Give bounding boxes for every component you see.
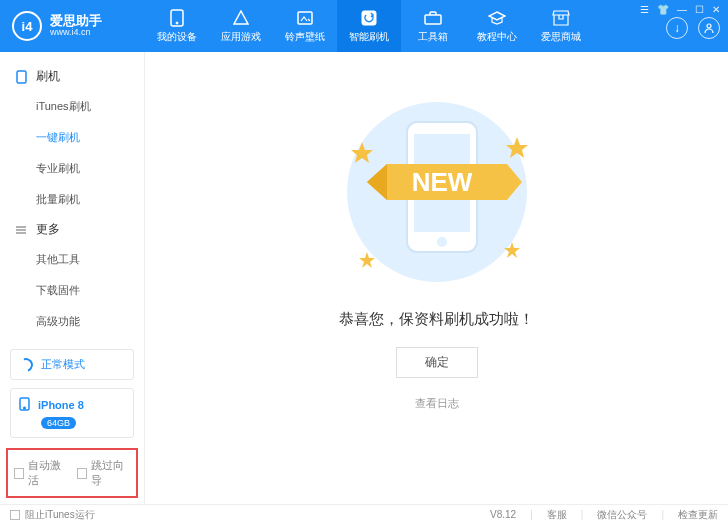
svg-point-1 — [176, 22, 178, 24]
block-itunes-checkbox[interactable]: 阻止iTunes运行 — [10, 508, 95, 522]
close-icon[interactable]: ✕ — [712, 4, 720, 15]
phone-icon — [168, 9, 186, 27]
view-log-link[interactable]: 查看日志 — [415, 396, 459, 411]
footer-link-wechat[interactable]: 微信公众号 — [597, 508, 647, 522]
checkbox-icon — [10, 510, 20, 520]
tutorial-icon — [488, 9, 506, 27]
svg-point-15 — [437, 237, 447, 247]
device-card[interactable]: iPhone 8 64GB — [10, 388, 134, 438]
window-controls: ☰ 👕 — ☐ ✕ — [640, 0, 720, 15]
logo-icon: i4 — [12, 11, 42, 41]
sidebar-scroll: 刷机 iTunes刷机 一键刷机 专业刷机 批量刷机 更多 其他工具 下载固件 … — [0, 52, 144, 349]
sidebar-item-batch-flash[interactable]: 批量刷机 — [0, 184, 144, 215]
download-icon[interactable]: ↓ — [666, 17, 688, 39]
phone-outline-icon — [14, 70, 28, 84]
section-title: 刷机 — [36, 68, 60, 85]
tab-flash[interactable]: 智能刷机 — [337, 0, 401, 52]
sidebar-item-itunes-flash[interactable]: iTunes刷机 — [0, 91, 144, 122]
mode-label: 正常模式 — [41, 357, 85, 372]
tab-my-device[interactable]: 我的设备 — [145, 0, 209, 52]
tab-apps[interactable]: 应用游戏 — [209, 0, 273, 52]
footer: 阻止iTunes运行 V8.12 | 客服 | 微信公众号 | 检查更新 — [0, 504, 728, 524]
skin-icon[interactable]: 👕 — [657, 4, 669, 15]
maximize-icon[interactable]: ☐ — [695, 4, 704, 15]
sidebar-item-pro-flash[interactable]: 专业刷机 — [0, 153, 144, 184]
footer-link-update[interactable]: 检查更新 — [678, 508, 718, 522]
auto-activate-checkbox[interactable]: 自动激活 — [14, 458, 67, 488]
tab-tutorials[interactable]: 教程中心 — [465, 0, 529, 52]
storage-badge: 64GB — [41, 417, 76, 429]
logo-text: 爱思助手 www.i4.cn — [50, 14, 102, 38]
tab-label: 铃声壁纸 — [285, 30, 325, 44]
wallpaper-icon — [296, 9, 314, 27]
header-tabs: 我的设备 应用游戏 铃声壁纸 智能刷机 工具箱 教程中心 爱思商城 — [145, 0, 593, 52]
sidebar-options-box: 自动激活 跳过向导 — [6, 448, 138, 498]
sidebar: 刷机 iTunes刷机 一键刷机 专业刷机 批量刷机 更多 其他工具 下载固件 … — [0, 52, 145, 504]
tab-store[interactable]: 爱思商城 — [529, 0, 593, 52]
app-name: 爱思助手 — [50, 14, 102, 28]
svg-rect-6 — [17, 71, 26, 83]
toolbox-icon — [424, 9, 442, 27]
svg-rect-3 — [362, 11, 376, 25]
sidebar-section-more[interactable]: 更多 — [0, 215, 144, 244]
mode-indicator[interactable]: 正常模式 — [10, 349, 134, 380]
menu-icon[interactable]: ☰ — [640, 4, 649, 15]
tab-ringtones[interactable]: 铃声壁纸 — [273, 0, 337, 52]
block-itunes-label: 阻止iTunes运行 — [25, 508, 95, 522]
device-name-row: iPhone 8 — [19, 397, 125, 413]
header-right: ☰ 👕 — ☐ ✕ ↓ — [640, 0, 728, 39]
checkbox-icon — [14, 468, 24, 479]
sidebar-item-advanced[interactable]: 高级功能 — [0, 306, 144, 337]
tab-label: 我的设备 — [157, 30, 197, 44]
user-icon[interactable] — [698, 17, 720, 39]
device-phone-icon — [19, 397, 30, 413]
sidebar-item-oneclick-flash[interactable]: 一键刷机 — [0, 122, 144, 153]
tab-toolbox[interactable]: 工具箱 — [401, 0, 465, 52]
svg-rect-4 — [425, 15, 441, 24]
body: 刷机 iTunes刷机 一键刷机 专业刷机 批量刷机 更多 其他工具 下载固件 … — [0, 52, 728, 504]
tab-label: 应用游戏 — [221, 30, 261, 44]
sidebar-item-download-firmware[interactable]: 下载固件 — [0, 275, 144, 306]
success-illustration: NEW — [307, 92, 567, 292]
apps-icon — [232, 9, 250, 27]
tab-label: 爱思商城 — [541, 30, 581, 44]
success-message: 恭喜您，保资料刷机成功啦！ — [339, 310, 534, 329]
tab-label: 智能刷机 — [349, 30, 389, 44]
skip-guide-checkbox[interactable]: 跳过向导 — [77, 458, 130, 488]
account-icons: ↓ — [666, 17, 720, 39]
footer-right: V8.12 | 客服 | 微信公众号 | 检查更新 — [490, 508, 718, 522]
device-name: iPhone 8 — [38, 399, 84, 411]
confirm-button[interactable]: 确定 — [396, 347, 478, 378]
checkbox-icon — [77, 468, 87, 479]
tab-label: 教程中心 — [477, 30, 517, 44]
logo-area[interactable]: i4 爱思助手 www.i4.cn — [0, 0, 145, 52]
svg-point-11 — [24, 407, 26, 409]
main-content: NEW 恭喜您，保资料刷机成功啦！ 确定 查看日志 — [145, 52, 728, 504]
footer-link-support[interactable]: 客服 — [547, 508, 567, 522]
sidebar-section-flash[interactable]: 刷机 — [0, 62, 144, 91]
header: i4 爱思助手 www.i4.cn 我的设备 应用游戏 铃声壁纸 智能刷机 工具… — [0, 0, 728, 52]
app-url: www.i4.cn — [50, 28, 102, 38]
section-title: 更多 — [36, 221, 60, 238]
refresh-icon — [17, 355, 36, 374]
minimize-icon[interactable]: — — [677, 4, 687, 15]
more-icon — [14, 223, 28, 237]
store-icon — [552, 9, 570, 27]
flash-icon — [360, 9, 378, 27]
version-label: V8.12 — [490, 509, 516, 520]
svg-point-5 — [707, 24, 711, 28]
sidebar-item-other-tools[interactable]: 其他工具 — [0, 244, 144, 275]
tab-label: 工具箱 — [418, 30, 448, 44]
svg-text:NEW: NEW — [411, 167, 472, 197]
